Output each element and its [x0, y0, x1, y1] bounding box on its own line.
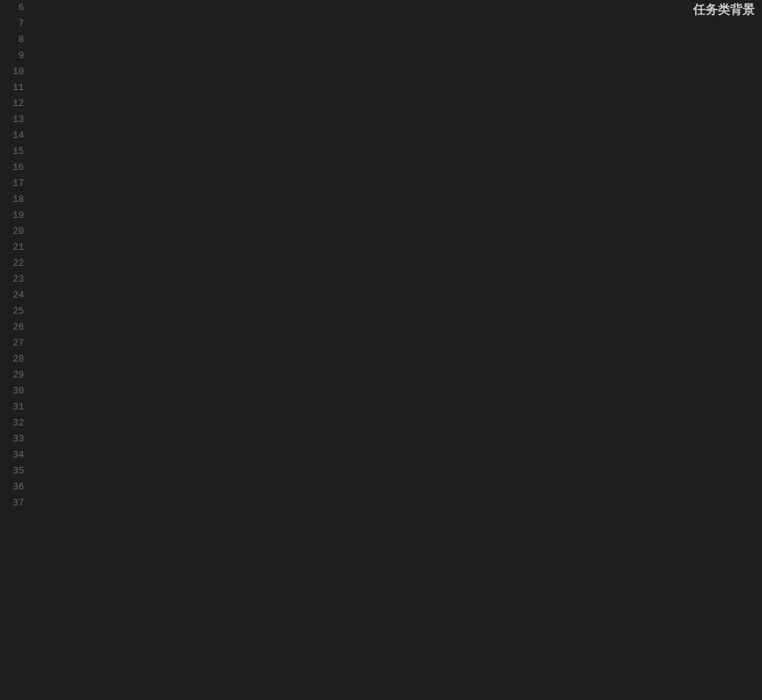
- line-num-32: 32: [0, 415, 24, 431]
- line-num-18: 18: [0, 192, 24, 208]
- line-numbers: 6 7 8 9 10 11 12 13 14 15 16 17 18 19 20…: [0, 0, 33, 700]
- line-num-15: 15: [0, 144, 24, 160]
- line-num-29: 29: [0, 367, 24, 383]
- top-title: 任务类背景: [686, 0, 762, 20]
- line6-text: [40, 0, 65, 16]
- line-num-19: 19: [0, 208, 24, 224]
- line-num-10: 10: [0, 64, 24, 80]
- line-num-36: 36: [0, 479, 24, 495]
- line-num-14: 14: [0, 128, 24, 144]
- line-num-17: 17: [0, 176, 24, 192]
- code-line-6: [40, 0, 762, 16]
- line-num-22: 22: [0, 256, 24, 272]
- line-num-24: 24: [0, 288, 24, 304]
- line-num-25: 25: [0, 304, 24, 320]
- line-num-27: 27: [0, 335, 24, 351]
- line-num-12: 12: [0, 96, 24, 112]
- line-num-21: 21: [0, 240, 24, 256]
- line-num-35: 35: [0, 463, 24, 479]
- editor-container: 任务类背景 6 7 8 9 10 11 12 13 14 15 16 17 18…: [0, 0, 762, 700]
- line-num-33: 33: [0, 431, 24, 447]
- line-num-7: 7: [0, 16, 24, 32]
- line-num-37: 37: [0, 495, 24, 511]
- line-num-20: 20: [0, 224, 24, 240]
- line-num-11: 11: [0, 80, 24, 96]
- line-num-34: 34: [0, 447, 24, 463]
- code-area: [33, 0, 762, 700]
- line-num-13: 13: [0, 112, 24, 128]
- line-num-6: 6: [0, 0, 24, 16]
- line-num-23: 23: [0, 272, 24, 288]
- line-num-16: 16: [0, 160, 24, 176]
- line-num-8: 8: [0, 32, 24, 48]
- line-num-26: 26: [0, 320, 24, 335]
- line-num-31: 31: [0, 399, 24, 415]
- line-num-28: 28: [0, 351, 24, 367]
- line-num-30: 30: [0, 383, 24, 399]
- line-num-9: 9: [0, 48, 24, 64]
